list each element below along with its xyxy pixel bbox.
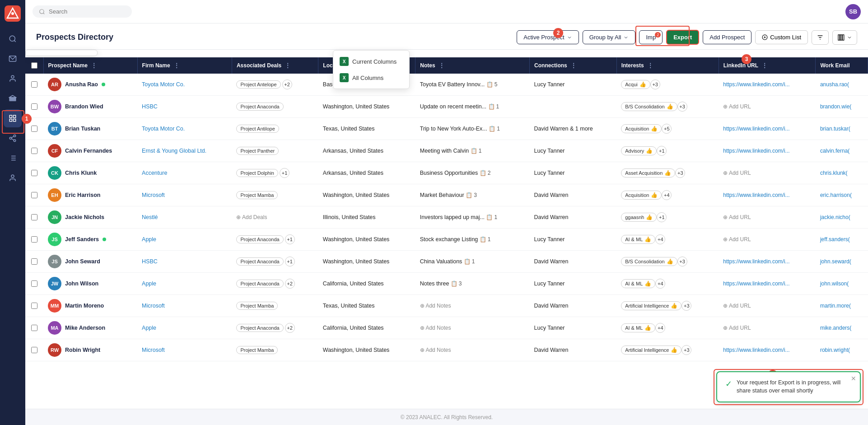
prospect-name[interactable]: Martin Moreno xyxy=(65,303,104,309)
row-checkbox[interactable] xyxy=(31,347,37,353)
col-menu-interests[interactable]: ⋮ xyxy=(648,62,653,69)
add-linkedin-button[interactable]: ⊕ Add URL xyxy=(723,103,751,110)
select-all-checkbox[interactable] xyxy=(31,62,37,69)
interest-count[interactable]: +1 xyxy=(657,212,667,222)
linkedin-url[interactable]: https://www.linkedin.com/i... xyxy=(723,347,789,353)
prospect-name[interactable]: Chris Klunk xyxy=(65,170,97,176)
deal-tag[interactable]: Project Antelope xyxy=(236,80,280,89)
thumbs-up-icon[interactable]: 👍 xyxy=(651,126,658,132)
prospect-name[interactable]: Brandon Wied xyxy=(65,103,103,110)
email-link[interactable]: jackie.nicho( xyxy=(820,214,850,220)
prospect-name[interactable]: Mike Anderson xyxy=(65,325,105,331)
email-link[interactable]: chris.klunk( xyxy=(820,170,848,176)
thumbs-up-icon[interactable]: 👍 xyxy=(671,347,677,353)
row-checkbox[interactable] xyxy=(31,236,37,243)
sidebar-item-network[interactable] xyxy=(4,129,22,147)
prospect-name[interactable]: John Seward xyxy=(65,258,100,265)
add-notes-button[interactable]: ⊕ Add Notes xyxy=(420,303,451,309)
prospect-name[interactable]: Robin Wright xyxy=(65,347,100,353)
linkedin-url[interactable]: https://www.linkedin.com/i... xyxy=(723,258,789,265)
export-current-columns[interactable]: X Current Columns xyxy=(333,53,409,70)
add-notes-button[interactable]: ⊕ Add Notes xyxy=(420,325,451,331)
row-checkbox[interactable] xyxy=(31,280,37,287)
prospect-name[interactable]: Calvin Fernandes xyxy=(65,148,112,154)
email-link[interactable]: brian.tuskar( xyxy=(820,126,850,132)
deal-tag[interactable]: Project Anaconda xyxy=(236,280,283,288)
thumbs-up-icon[interactable]: 👍 xyxy=(646,214,653,220)
thumbs-up-icon[interactable]: 👍 xyxy=(639,81,646,88)
sidebar-item-search[interactable] xyxy=(4,30,22,48)
firm-link[interactable]: Accenture xyxy=(142,170,167,176)
interest-count[interactable]: +1 xyxy=(657,146,667,156)
deal-tag[interactable]: Project Mamba xyxy=(236,346,278,354)
interest-count[interactable]: +3 xyxy=(681,301,691,311)
sidebar-item-user[interactable] xyxy=(4,169,22,187)
search-box[interactable] xyxy=(33,5,132,18)
interest-count[interactable]: +3 xyxy=(677,257,687,266)
row-checkbox[interactable] xyxy=(31,258,37,265)
email-link[interactable]: brandon.wie( xyxy=(820,103,851,110)
email-link[interactable]: anusha.rao( xyxy=(820,81,849,88)
group-by-button[interactable]: Group by All xyxy=(583,30,636,44)
col-menu-notes[interactable]: ⋮ xyxy=(439,62,444,69)
deal-tag[interactable]: Project Anaconda xyxy=(236,103,283,111)
add-linkedin-button[interactable]: ⊕ Add URL xyxy=(723,236,751,243)
prospect-name[interactable]: Jackie Nichols xyxy=(65,214,104,220)
col-menu-connections[interactable]: ⋮ xyxy=(571,62,576,69)
active-prospect-button[interactable]: Active Prospect xyxy=(517,30,579,44)
deal-tag[interactable]: Project Anaconda xyxy=(236,235,283,243)
prospect-name[interactable]: Brian Tuskan xyxy=(65,126,100,132)
deal-tag[interactable]: Project Mamba xyxy=(236,191,278,199)
sidebar-item-bank[interactable] xyxy=(4,89,22,107)
interest-count[interactable]: +3 xyxy=(650,79,660,89)
firm-link[interactable]: Microsoft xyxy=(142,192,165,198)
app-logo[interactable] xyxy=(5,5,21,22)
search-input[interactable] xyxy=(49,8,121,15)
deals-count[interactable]: +1 xyxy=(285,234,295,244)
firm-link[interactable]: HSBC xyxy=(142,103,158,110)
row-checkbox[interactable] xyxy=(31,325,37,331)
firm-link[interactable]: Apple xyxy=(142,280,156,287)
row-checkbox[interactable] xyxy=(31,148,37,154)
user-avatar[interactable]: SB xyxy=(845,4,861,19)
email-link[interactable]: robin.wright( xyxy=(820,347,850,353)
deals-count[interactable]: +2 xyxy=(285,279,295,289)
thumbs-up-icon[interactable]: 👍 xyxy=(667,103,673,110)
prospect-name[interactable]: Anusha Rao xyxy=(65,81,98,88)
sidebar-item-contacts[interactable] xyxy=(4,70,22,88)
thumbs-up-icon[interactable]: 👍 xyxy=(671,303,677,309)
firm-link[interactable]: Apple xyxy=(142,236,156,243)
add-deals-button[interactable]: ⊕ Add Deals xyxy=(236,214,267,220)
columns-button[interactable] xyxy=(832,30,857,45)
col-menu-linkedin[interactable]: ⋮ xyxy=(762,62,767,69)
add-linkedin-button[interactable]: ⊕ Add URL xyxy=(723,170,751,176)
linkedin-url[interactable]: https://www.linkedin.com/i... xyxy=(723,148,789,154)
col-menu-prospect[interactable]: ⋮ xyxy=(91,62,97,69)
thumbs-up-icon[interactable]: 👍 xyxy=(644,236,651,243)
thumbs-up-icon[interactable]: 👍 xyxy=(646,148,653,154)
add-linkedin-button[interactable]: ⊕ Add URL xyxy=(723,214,751,220)
col-menu-deals[interactable]: ⋮ xyxy=(285,62,290,69)
export-all-columns[interactable]: X All Columns xyxy=(333,70,409,86)
deals-count[interactable]: +2 xyxy=(282,79,292,89)
linkedin-url[interactable]: https://www.linkedin.com/i... xyxy=(723,192,789,198)
deal-tag[interactable]: Project Panther xyxy=(236,147,279,155)
interest-count[interactable]: +3 xyxy=(677,102,687,112)
email-link[interactable]: jeff.sanders( xyxy=(820,236,850,243)
thumbs-up-icon[interactable]: 👍 xyxy=(667,258,673,265)
email-link[interactable]: martin.more( xyxy=(820,303,851,309)
add-linkedin-button[interactable]: ⊕ Add URL xyxy=(723,303,751,309)
firm-link[interactable]: Microsoft xyxy=(142,303,165,309)
add-prospect-button[interactable]: Add Prospect xyxy=(703,30,751,44)
firm-link[interactable]: Toyota Motor Co. xyxy=(142,126,185,132)
email-link[interactable]: calvin.ferna( xyxy=(820,148,849,154)
interest-count[interactable]: +4 xyxy=(655,323,665,333)
row-checkbox[interactable] xyxy=(31,214,37,220)
prospect-name[interactable]: Jeff Sanders xyxy=(65,236,99,243)
add-linkedin-button[interactable]: ⊕ Add URL xyxy=(723,325,751,331)
email-link[interactable]: mike.anders( xyxy=(820,325,851,331)
firm-link[interactable]: Nestlé xyxy=(142,214,158,220)
thumbs-up-icon[interactable]: 👍 xyxy=(644,280,651,287)
linkedin-url[interactable]: https://www.linkedin.com/i... xyxy=(723,126,789,132)
firm-link[interactable]: Apple xyxy=(142,325,156,331)
